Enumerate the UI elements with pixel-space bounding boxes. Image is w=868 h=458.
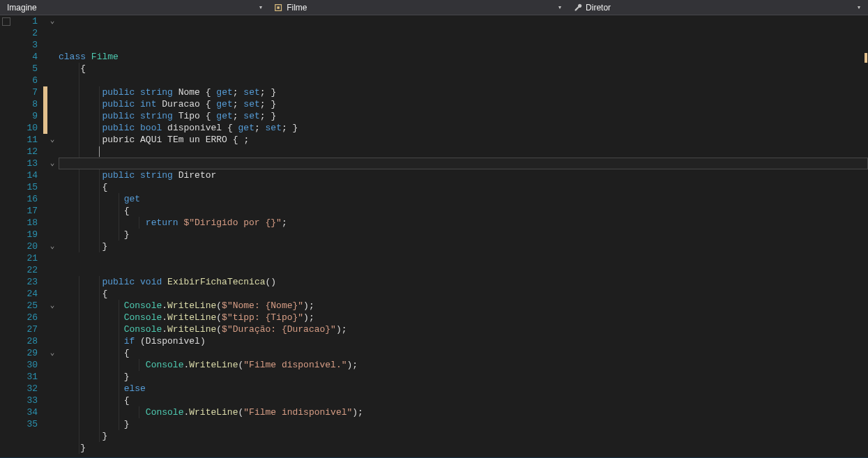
breakpoint-gutter[interactable] <box>0 15 14 458</box>
fold-spacer <box>47 193 57 205</box>
line-number-gutter: 1234567891011121314151617181920212223242… <box>14 15 43 458</box>
line-number: 8 <box>14 98 38 110</box>
line-number: 11 <box>14 134 38 146</box>
code-line[interactable]: { <box>59 63 868 75</box>
code-line[interactable]: } <box>59 442 868 454</box>
indent-guide <box>79 312 79 323</box>
fold-toggle[interactable] <box>47 347 57 359</box>
wrench-icon <box>573 3 583 13</box>
text-cursor <box>99 146 100 157</box>
code-line[interactable]: Console.WriteLine("Filme indisponivel"); <box>59 406 868 418</box>
breadcrumb-class[interactable]: Filme ▾ <box>270 0 569 15</box>
code-line[interactable]: { <box>59 205 868 217</box>
breadcrumb-namespace-label: Imagine <box>7 3 37 13</box>
code-line[interactable]: { <box>59 288 868 300</box>
code-line[interactable]: Console.WriteLine($"Nome: {Nome}"); <box>59 300 868 312</box>
indent-guide <box>99 134 100 146</box>
line-number: 2 <box>14 27 38 39</box>
indent-guide <box>139 406 139 418</box>
code-line[interactable]: } <box>59 430 868 442</box>
fold-toggle[interactable] <box>47 241 57 252</box>
indent-guide <box>79 347 79 359</box>
fold-spacer <box>47 110 57 122</box>
indent-guide <box>79 98 79 110</box>
fold-spacer <box>47 217 57 229</box>
indent-guide <box>79 205 79 217</box>
indent-guide <box>99 359 100 371</box>
code-line[interactable]: Console.WriteLine($"Duração: {Duracao}")… <box>59 323 868 335</box>
code-line[interactable]: Console.WriteLine($"tipp: {Tipo}"); <box>59 312 868 323</box>
line-number: 5 <box>14 63 38 75</box>
indent-guide <box>79 193 79 205</box>
code-line[interactable]: } <box>59 371 868 383</box>
indent-guide <box>79 110 79 122</box>
dropdown-icon[interactable]: ▾ <box>854 0 864 15</box>
indent-guide <box>79 217 79 229</box>
code-line[interactable]: } <box>59 418 868 430</box>
fold-toggle[interactable] <box>47 300 57 312</box>
indent-guide <box>79 241 79 252</box>
code-line[interactable]: else <box>59 383 868 395</box>
code-line[interactable]: { <box>59 347 868 359</box>
code-line[interactable] <box>59 146 868 158</box>
code-line[interactable]: public void ExibirFichaTecnica() <box>59 276 868 288</box>
dropdown-icon[interactable]: ▾ <box>256 0 266 15</box>
code-line[interactable]: public int Duracao { get; set; } <box>59 98 868 110</box>
code-line[interactable]: get <box>59 193 868 205</box>
code-line[interactable]: return $"Dirigido por {}"; <box>59 217 868 229</box>
line-number: 26 <box>14 312 38 323</box>
code-line[interactable]: { <box>59 395 868 406</box>
fold-spacer <box>47 395 57 406</box>
fold-spacer <box>47 51 57 63</box>
indent-guide <box>99 169 100 181</box>
indent-guide <box>79 395 79 406</box>
indent-guide <box>79 229 79 241</box>
fold-gutter[interactable] <box>47 15 57 458</box>
code-line[interactable]: public bool disponivel { get; set; } <box>59 122 868 134</box>
code-line[interactable]: { <box>59 181 868 193</box>
line-number: 10 <box>14 122 38 134</box>
code-line[interactable] <box>59 264 868 276</box>
line-number: 1 <box>14 15 38 27</box>
indent-guide <box>119 395 119 406</box>
fold-toggle[interactable] <box>47 15 57 27</box>
fold-toggle[interactable] <box>47 134 57 146</box>
line-number: 24 <box>14 288 38 300</box>
indent-guide <box>119 371 119 383</box>
indent-guide <box>119 205 119 217</box>
code-line[interactable] <box>59 252 868 264</box>
line-number: 19 <box>14 229 38 241</box>
indent-guide <box>99 347 100 359</box>
dropdown-icon[interactable]: ▾ <box>555 0 565 15</box>
code-line[interactable]: } <box>59 229 868 241</box>
code-line[interactable]: public string Tipo { get; set; } <box>59 110 868 122</box>
indent-guide <box>119 312 119 323</box>
code-line[interactable] <box>59 158 868 169</box>
code-line[interactable]: public string Nome { get; set; } <box>59 86 868 98</box>
code-line[interactable]: if (Disponivel) <box>59 335 868 347</box>
line-number: 23 <box>14 276 38 288</box>
code-area[interactable]: class Filme { public string Nome { get; … <box>57 15 868 458</box>
line-number: 31 <box>14 371 38 383</box>
fold-spacer <box>47 406 57 418</box>
code-line[interactable] <box>59 75 868 86</box>
line-number: 28 <box>14 335 38 347</box>
code-line[interactable]: Console.WriteLine("Filme disponivel."); <box>59 359 868 371</box>
fold-spacer <box>47 359 57 371</box>
fold-spacer <box>47 98 57 110</box>
line-number: 25 <box>14 300 38 312</box>
fold-spacer <box>47 27 57 39</box>
line-number: 33 <box>14 395 38 406</box>
code-editor[interactable]: 1234567891011121314151617181920212223242… <box>0 15 868 458</box>
breadcrumb-namespace[interactable]: Imagine ▾ <box>0 0 270 15</box>
indent-guide <box>79 418 79 430</box>
line-number: 6 <box>14 75 38 86</box>
fold-spacer <box>47 169 57 181</box>
code-line[interactable]: } <box>59 241 868 252</box>
code-line[interactable]: pubric AQUi TEm un ERRO { ; <box>59 134 868 146</box>
code-line[interactable]: public string Diretor <box>59 169 868 181</box>
line-number: 27 <box>14 323 38 335</box>
code-line[interactable]: class Filme <box>59 51 868 63</box>
fold-toggle[interactable] <box>47 158 57 169</box>
breadcrumb-member[interactable]: Diretor ▾ <box>569 0 868 15</box>
